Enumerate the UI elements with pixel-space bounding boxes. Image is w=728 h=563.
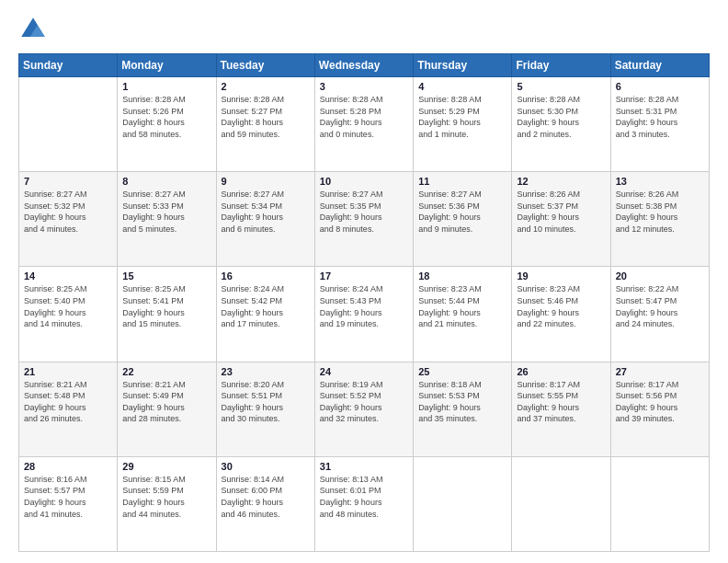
day-info: Sunrise: 8:27 AM Sunset: 5:35 PM Dayligh… bbox=[320, 189, 408, 235]
day-cell: 23Sunrise: 8:20 AM Sunset: 5:51 PM Dayli… bbox=[216, 362, 314, 456]
header-cell-monday: Monday bbox=[118, 54, 216, 77]
day-number: 20 bbox=[616, 270, 704, 282]
day-number: 18 bbox=[418, 270, 506, 282]
day-number: 1 bbox=[122, 81, 210, 92]
header-cell-saturday: Saturday bbox=[610, 54, 709, 77]
day-cell: 25Sunrise: 8:18 AM Sunset: 5:53 PM Dayli… bbox=[414, 362, 512, 456]
day-info: Sunrise: 8:18 AM Sunset: 5:53 PM Dayligh… bbox=[418, 379, 506, 425]
day-number: 5 bbox=[517, 81, 605, 92]
day-cell: 26Sunrise: 8:17 AM Sunset: 5:55 PM Dayli… bbox=[512, 362, 610, 456]
day-cell bbox=[512, 456, 610, 551]
day-cell: 1Sunrise: 8:28 AM Sunset: 5:26 PM Daylig… bbox=[118, 77, 216, 172]
day-number: 12 bbox=[517, 176, 605, 187]
day-info: Sunrise: 8:21 AM Sunset: 5:49 PM Dayligh… bbox=[122, 379, 210, 425]
day-number: 27 bbox=[616, 366, 704, 377]
header-cell-wednesday: Wednesday bbox=[314, 54, 413, 77]
day-info: Sunrise: 8:23 AM Sunset: 5:44 PM Dayligh… bbox=[418, 283, 506, 329]
day-info: Sunrise: 8:26 AM Sunset: 5:38 PM Dayligh… bbox=[616, 189, 704, 235]
page: SundayMondayTuesdayWednesdayThursdayFrid… bbox=[0, 0, 728, 563]
day-cell: 2Sunrise: 8:28 AM Sunset: 5:27 PM Daylig… bbox=[216, 77, 314, 172]
day-info: Sunrise: 8:25 AM Sunset: 5:41 PM Dayligh… bbox=[122, 283, 210, 329]
day-cell: 16Sunrise: 8:24 AM Sunset: 5:42 PM Dayli… bbox=[216, 267, 314, 362]
day-number: 21 bbox=[24, 366, 112, 377]
day-cell: 3Sunrise: 8:28 AM Sunset: 5:28 PM Daylig… bbox=[314, 77, 413, 172]
day-info: Sunrise: 8:27 AM Sunset: 5:32 PM Dayligh… bbox=[24, 189, 112, 235]
day-number: 16 bbox=[222, 270, 310, 282]
day-cell: 9Sunrise: 8:27 AM Sunset: 5:34 PM Daylig… bbox=[216, 172, 314, 267]
day-cell: 11Sunrise: 8:27 AM Sunset: 5:36 PM Dayli… bbox=[414, 172, 512, 267]
day-info: Sunrise: 8:19 AM Sunset: 5:52 PM Dayligh… bbox=[320, 379, 408, 425]
week-row-3: 21Sunrise: 8:21 AM Sunset: 5:48 PM Dayli… bbox=[19, 362, 710, 456]
day-cell bbox=[414, 456, 512, 551]
day-cell: 29Sunrise: 8:15 AM Sunset: 5:59 PM Dayli… bbox=[118, 456, 216, 551]
day-cell: 5Sunrise: 8:28 AM Sunset: 5:30 PM Daylig… bbox=[512, 77, 610, 172]
week-row-2: 14Sunrise: 8:25 AM Sunset: 5:40 PM Dayli… bbox=[19, 267, 710, 362]
day-number: 10 bbox=[320, 176, 408, 187]
day-info: Sunrise: 8:28 AM Sunset: 5:31 PM Dayligh… bbox=[616, 94, 704, 140]
day-info: Sunrise: 8:27 AM Sunset: 5:36 PM Dayligh… bbox=[418, 189, 506, 235]
day-cell: 14Sunrise: 8:25 AM Sunset: 5:40 PM Dayli… bbox=[19, 267, 118, 362]
day-number: 6 bbox=[616, 81, 704, 92]
logo-icon bbox=[18, 15, 48, 44]
day-number: 9 bbox=[222, 176, 310, 187]
day-info: Sunrise: 8:28 AM Sunset: 5:27 PM Dayligh… bbox=[222, 94, 310, 140]
day-info: Sunrise: 8:16 AM Sunset: 5:57 PM Dayligh… bbox=[24, 474, 112, 520]
day-cell: 4Sunrise: 8:28 AM Sunset: 5:29 PM Daylig… bbox=[414, 77, 512, 172]
day-number: 23 bbox=[222, 366, 310, 377]
day-info: Sunrise: 8:20 AM Sunset: 5:51 PM Dayligh… bbox=[222, 379, 310, 425]
day-info: Sunrise: 8:21 AM Sunset: 5:48 PM Dayligh… bbox=[24, 379, 112, 425]
week-row-1: 7Sunrise: 8:27 AM Sunset: 5:32 PM Daylig… bbox=[19, 172, 710, 267]
day-number: 29 bbox=[122, 461, 210, 472]
day-cell: 22Sunrise: 8:21 AM Sunset: 5:49 PM Dayli… bbox=[118, 362, 216, 456]
calendar-header: SundayMondayTuesdayWednesdayThursdayFrid… bbox=[19, 54, 710, 77]
day-cell: 19Sunrise: 8:23 AM Sunset: 5:46 PM Dayli… bbox=[512, 267, 610, 362]
day-info: Sunrise: 8:14 AM Sunset: 6:00 PM Dayligh… bbox=[222, 474, 310, 520]
header-cell-tuesday: Tuesday bbox=[216, 54, 314, 77]
header-row: SundayMondayTuesdayWednesdayThursdayFrid… bbox=[19, 54, 710, 77]
day-number: 22 bbox=[122, 366, 210, 377]
week-row-4: 28Sunrise: 8:16 AM Sunset: 5:57 PM Dayli… bbox=[19, 456, 710, 551]
day-number: 3 bbox=[320, 81, 408, 92]
day-number: 13 bbox=[616, 176, 704, 187]
calendar-table: SundayMondayTuesdayWednesdayThursdayFrid… bbox=[18, 53, 710, 552]
day-info: Sunrise: 8:24 AM Sunset: 5:43 PM Dayligh… bbox=[320, 283, 408, 329]
day-cell: 15Sunrise: 8:25 AM Sunset: 5:41 PM Dayli… bbox=[118, 267, 216, 362]
day-number: 2 bbox=[222, 81, 310, 92]
day-cell: 10Sunrise: 8:27 AM Sunset: 5:35 PM Dayli… bbox=[314, 172, 413, 267]
day-info: Sunrise: 8:23 AM Sunset: 5:46 PM Dayligh… bbox=[517, 283, 605, 329]
day-cell bbox=[19, 77, 118, 172]
day-number: 26 bbox=[517, 366, 605, 377]
day-info: Sunrise: 8:27 AM Sunset: 5:34 PM Dayligh… bbox=[222, 189, 310, 235]
calendar-body: 1Sunrise: 8:28 AM Sunset: 5:26 PM Daylig… bbox=[19, 77, 710, 552]
day-cell: 27Sunrise: 8:17 AM Sunset: 5:56 PM Dayli… bbox=[610, 362, 709, 456]
day-number: 8 bbox=[122, 176, 210, 187]
day-number: 19 bbox=[517, 270, 605, 282]
day-info: Sunrise: 8:15 AM Sunset: 5:59 PM Dayligh… bbox=[122, 474, 210, 520]
day-number: 7 bbox=[24, 176, 112, 187]
day-number: 24 bbox=[320, 366, 408, 377]
day-info: Sunrise: 8:17 AM Sunset: 5:55 PM Dayligh… bbox=[517, 379, 605, 425]
day-cell: 13Sunrise: 8:26 AM Sunset: 5:38 PM Dayli… bbox=[610, 172, 709, 267]
day-number: 14 bbox=[24, 270, 112, 282]
day-number: 17 bbox=[320, 270, 408, 282]
header bbox=[18, 15, 710, 44]
day-cell: 20Sunrise: 8:22 AM Sunset: 5:47 PM Dayli… bbox=[610, 267, 709, 362]
day-info: Sunrise: 8:27 AM Sunset: 5:33 PM Dayligh… bbox=[122, 189, 210, 235]
logo bbox=[18, 15, 51, 44]
day-cell: 12Sunrise: 8:26 AM Sunset: 5:37 PM Dayli… bbox=[512, 172, 610, 267]
header-cell-thursday: Thursday bbox=[414, 54, 512, 77]
day-cell: 6Sunrise: 8:28 AM Sunset: 5:31 PM Daylig… bbox=[610, 77, 709, 172]
day-cell: 8Sunrise: 8:27 AM Sunset: 5:33 PM Daylig… bbox=[118, 172, 216, 267]
day-info: Sunrise: 8:28 AM Sunset: 5:29 PM Dayligh… bbox=[418, 94, 506, 140]
day-cell: 30Sunrise: 8:14 AM Sunset: 6:00 PM Dayli… bbox=[216, 456, 314, 551]
day-info: Sunrise: 8:26 AM Sunset: 5:37 PM Dayligh… bbox=[517, 189, 605, 235]
day-info: Sunrise: 8:24 AM Sunset: 5:42 PM Dayligh… bbox=[222, 283, 310, 329]
day-info: Sunrise: 8:25 AM Sunset: 5:40 PM Dayligh… bbox=[24, 283, 112, 329]
day-cell: 28Sunrise: 8:16 AM Sunset: 5:57 PM Dayli… bbox=[19, 456, 118, 551]
day-number: 30 bbox=[222, 461, 310, 472]
day-number: 11 bbox=[418, 176, 506, 187]
day-info: Sunrise: 8:28 AM Sunset: 5:26 PM Dayligh… bbox=[122, 94, 210, 140]
day-cell bbox=[610, 456, 709, 551]
day-cell: 17Sunrise: 8:24 AM Sunset: 5:43 PM Dayli… bbox=[314, 267, 413, 362]
header-cell-sunday: Sunday bbox=[19, 54, 118, 77]
